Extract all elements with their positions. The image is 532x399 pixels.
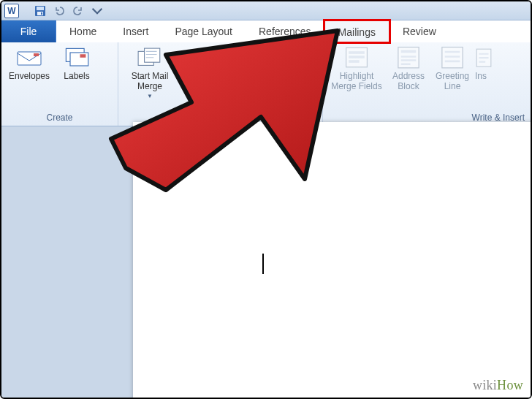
group-write-insert: Highlight Merge Fields Address Block Gre… (323, 42, 531, 126)
highlight-merge-fields-button[interactable]: Highlight Merge Fields (327, 45, 386, 92)
svg-rect-15 (349, 61, 359, 64)
svg-rect-13 (349, 52, 365, 55)
labels-button[interactable]: Labels (57, 45, 96, 82)
mail-merge-icon (137, 47, 163, 69)
greeting-line-icon (439, 45, 466, 69)
document-page[interactable] (133, 122, 532, 399)
redo-button[interactable] (70, 4, 86, 18)
svg-rect-11 (294, 48, 315, 68)
ribbon-tabs: File Home Insert Page Layout References … (1, 20, 531, 42)
app-frame: W File Home Insert Page Layout Reference… (0, 0, 532, 399)
document-area (1, 126, 531, 398)
svg-rect-3 (41, 12, 42, 15)
envelope-icon (16, 49, 42, 66)
svg-rect-17 (401, 50, 417, 53)
wm-right: How (497, 378, 523, 392)
redo-icon (72, 5, 84, 17)
undo-button[interactable] (51, 4, 67, 18)
tab-mailings[interactable]: Mailings (324, 20, 390, 42)
undo-icon (53, 5, 65, 17)
list-icon (292, 45, 318, 71)
text-cursor (262, 254, 264, 274)
ribbon-body: Envelopes Labels Create Start Mail Merge… (1, 42, 531, 126)
chevron-down-icon: ▼ (147, 93, 153, 99)
group-create-label: Create (1, 111, 118, 126)
tab-view-cut[interactable] (449, 20, 460, 42)
chevron-down-icon (91, 5, 103, 17)
highlight-fields-icon (343, 46, 370, 69)
svg-rect-8 (80, 55, 86, 58)
save-icon (34, 5, 46, 17)
wikihow-watermark: wikiHow (473, 378, 523, 393)
tab-home[interactable]: Home (56, 20, 110, 42)
qat-customize-button[interactable] (89, 4, 105, 18)
wm-left: wiki (473, 378, 497, 392)
group-start-mail-merge: Start Mail Merge ▼ ist (118, 42, 323, 126)
svg-rect-10 (145, 48, 160, 62)
title-bar: W (1, 1, 531, 20)
insert-field-icon (475, 48, 493, 68)
tab-page-layout[interactable]: Page Layout (162, 20, 246, 42)
start-mail-merge-button[interactable]: Start Mail Merge ▼ (123, 45, 177, 99)
svg-rect-14 (349, 56, 365, 59)
insert-label-cut: Ins (475, 72, 487, 82)
address-label: Address Block (392, 72, 425, 92)
tab-insert[interactable]: Insert (110, 20, 162, 42)
insert-merge-field-button[interactable]: Ins (475, 45, 494, 82)
word-logo-icon: W (4, 4, 19, 18)
edit-recipient-list-button[interactable]: ist (292, 45, 318, 82)
envelopes-button[interactable]: Envelopes (6, 45, 53, 82)
labels-icon (64, 46, 90, 69)
envelopes-label: Envelopes (9, 72, 50, 82)
address-block-button[interactable]: Address Block (387, 45, 430, 92)
highlight-label: Highlight Merge Fields (331, 72, 381, 92)
address-block-icon (395, 45, 422, 69)
tab-review[interactable]: Review (390, 20, 449, 42)
save-button[interactable] (32, 4, 48, 18)
labels-label: Labels (64, 72, 89, 82)
tab-file[interactable]: File (1, 20, 56, 42)
svg-rect-1 (37, 7, 44, 10)
greeting-line-button[interactable]: Greeting Line (431, 45, 474, 92)
tab-references[interactable]: References (246, 20, 324, 42)
start-mail-merge-label: Start Mail Merge (132, 72, 169, 92)
greeting-label: Greeting Line (436, 72, 469, 92)
group-create: Envelopes Labels Create (1, 42, 118, 126)
obscured-label: ist (309, 72, 318, 82)
svg-rect-5 (34, 53, 39, 56)
